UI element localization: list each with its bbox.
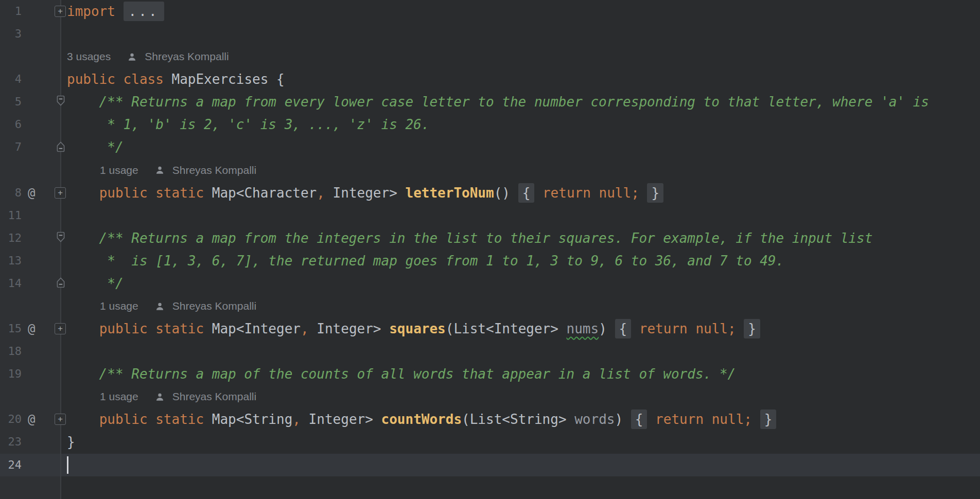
code-line-text[interactable]: public static Map<Integer, Integer> squa… [67,317,760,340]
author-name: Shreyas Kompalli [172,164,256,176]
line-number[interactable]: 18 [0,340,22,363]
code-line-text[interactable]: * 1, 'b' is 2, 'c' is 3, ..., 'z' is 26. [67,113,429,136]
code-token-plain: MapExercises { [164,72,285,87]
fold-start-icon[interactable] [57,96,65,109]
code-line-text[interactable]: /** Returns a map from the integers in t… [67,227,872,249]
code-token-plain: } [67,434,75,450]
fold-start-icon[interactable] [57,231,65,244]
code-token-plain: Map<String [204,412,292,427]
author-hint[interactable]: Shreyas Kompalli [155,390,256,403]
code-vision-hints: 1 usageShreyas Kompalli [100,159,256,182]
code-line-text[interactable]: public static Map<String, Integer> count… [67,408,776,431]
author-hint[interactable]: Shreyas Kompalli [155,300,256,312]
fold-expand-icon[interactable]: + [55,6,66,17]
line-number[interactable]: 24 [0,454,22,476]
line-row-14[interactable]: 14 */ [0,272,980,295]
line-row-20[interactable]: 20@+ public static Map<String, Integer> … [0,408,980,431]
code-token-method-name: letterToNum [405,185,494,201]
code-token-parameter-warning: nums [567,321,599,336]
gutter[interactable] [0,476,60,499]
code-token-comment: /** Returns a map from every lower case … [67,94,929,110]
code-token-comment: * is [1, 3, 6, 7], the returned map goes… [67,253,784,269]
line-row-19[interactable]: 19 /** Returns a map of the counts of al… [0,363,980,385]
code-token-plain [736,321,744,336]
code-editor[interactable]: 1+import ...33 usagesShreyas Kompalli4pu… [0,0,980,499]
line-number[interactable]: 15 [0,317,22,340]
code-line-text[interactable]: /** Returns a map from every lower case … [67,91,929,113]
line-row-11[interactable]: 11 [0,204,980,227]
code-token-plain: ) [599,321,615,336]
code-line-text[interactable]: import ... [67,0,164,23]
code-token-plain: Integer> [301,412,381,427]
line-number[interactable]: 11 [0,204,22,227]
code-line-text[interactable]: */ [67,272,124,295]
hint-row[interactable]: 1 usageShreyas Kompalli [0,295,980,317]
line-number[interactable]: 23 [0,431,22,453]
author-hint[interactable]: Shreyas Kompalli [155,164,256,176]
code-token-plain [752,412,760,427]
annotation-gutter-mark: @ [28,317,35,340]
code-line-text[interactable]: * is [1, 3, 6, 7], the returned map goes… [67,249,784,272]
author-name: Shreyas Kompalli [172,300,256,312]
author-hint[interactable]: Shreyas Kompalli [128,50,229,63]
line-number[interactable]: 14 [0,272,22,295]
usages-hint[interactable]: 1 usage [100,390,138,403]
line-number[interactable]: 7 [0,136,22,158]
line-number[interactable]: 3 [0,23,22,45]
code-line-text[interactable]: } [67,431,75,453]
line-number[interactable]: 4 [0,68,22,91]
gutter[interactable] [0,45,60,68]
code-token-plain: Map<Character [204,185,317,201]
line-number[interactable]: 19 [0,363,22,385]
line-row-6[interactable]: 6 * 1, 'b' is 2, 'c' is 3, ..., 'z' is 2… [0,113,980,136]
line-row-7[interactable]: 7 */ [0,136,980,158]
fold-end-icon[interactable] [57,277,65,290]
person-icon [155,166,168,174]
line-row-24[interactable]: 24 [0,454,980,476]
line-number[interactable]: 13 [0,249,22,272]
line-number[interactable]: 1 [0,0,22,23]
line-row-18[interactable]: 18 [0,340,980,363]
line-row-23[interactable]: 23} [0,431,980,453]
line-number[interactable]: 20 [0,408,22,431]
line-row-12[interactable]: 12 /** Returns a map from the integers i… [0,227,980,249]
fold-expand-icon[interactable]: + [55,414,66,425]
code-token-comment: */ [67,139,124,155]
gutter[interactable] [0,295,60,317]
usages-hint[interactable]: 1 usage [100,164,138,176]
line-row-13[interactable]: 13 * is [1, 3, 6, 7], the returned map g… [0,249,980,272]
code-vision-hints: 3 usagesShreyas Kompalli [67,45,229,68]
line-row-1[interactable]: 1+import ... [0,0,980,23]
line-row-5[interactable]: 5 /** Returns a map from every lower cas… [0,91,980,113]
line-number[interactable]: 6 [0,113,22,136]
fold-expand-icon[interactable]: + [55,187,66,199]
code-token-keyword: return null; [631,321,736,336]
code-line-text[interactable]: */ [67,136,124,158]
line-number[interactable]: 12 [0,227,22,249]
code-token-keyword: , [292,412,301,427]
line-row-4[interactable]: 4public class MapExercises { [0,68,980,91]
line-number[interactable]: 5 [0,91,22,113]
hint-row[interactable]: 1 usageShreyas Kompalli [0,385,980,408]
person-icon [128,52,141,61]
usages-hint[interactable]: 3 usages [67,50,111,63]
code-token-plain: (List<Integer> [446,321,567,336]
person-icon [155,393,168,401]
gutter[interactable] [0,385,60,408]
code-line-text[interactable]: public static Map<Character, Integer> le… [67,182,663,204]
code-token-plain [67,185,99,201]
empty-row[interactable] [0,476,980,499]
usages-hint[interactable]: 1 usage [100,300,138,312]
code-line-text[interactable]: public class MapExercises { [67,68,285,91]
hint-row[interactable]: 1 usageShreyas Kompalli [0,159,980,182]
line-row-3[interactable]: 3 [0,23,980,45]
line-row-15[interactable]: 15@+ public static Map<Integer, Integer>… [0,317,980,340]
hint-row[interactable]: 3 usagesShreyas Kompalli [0,45,980,68]
line-row-8[interactable]: 8@+ public static Map<Character, Integer… [0,182,980,204]
gutter[interactable] [0,159,60,182]
line-number[interactable]: 8 [0,182,22,204]
fold-end-icon[interactable] [57,141,65,154]
code-token-comment: /** Returns a map of the counts of all w… [67,366,736,382]
code-line-text[interactable]: /** Returns a map of the counts of all w… [67,363,736,385]
fold-expand-icon[interactable]: + [55,323,66,334]
